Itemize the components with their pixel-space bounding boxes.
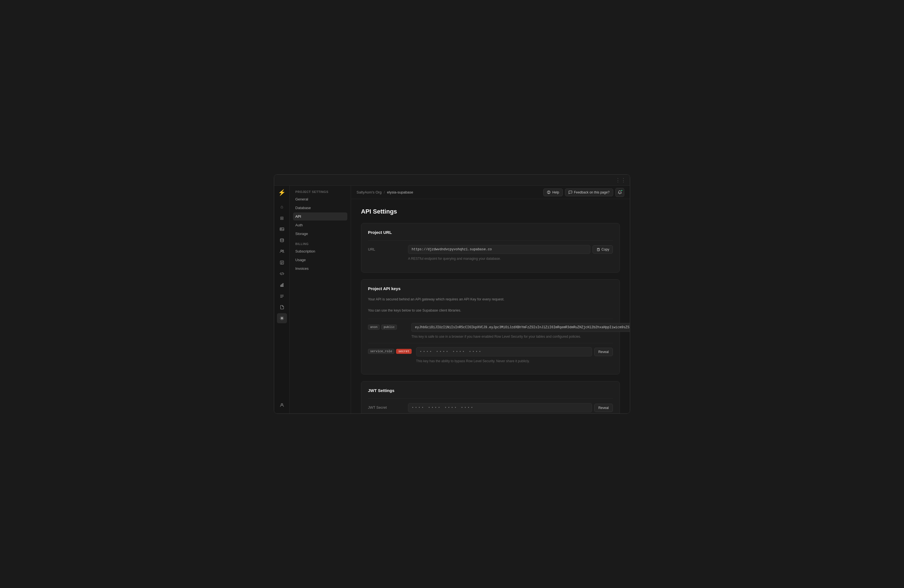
sidebar-icon-doc[interactable] — [277, 302, 287, 312]
jwt-secret-field-content: •••• •••• •••• •••• Reveal Used to decod… — [408, 403, 613, 413]
help-icon — [547, 190, 550, 194]
url-input-group: https://djzdwvdndvcpyvohqhzi.supabase.co… — [408, 245, 613, 254]
breadcrumb-project[interactable]: elysia-supabase — [387, 190, 413, 194]
page-title: API Settings — [361, 208, 620, 215]
nav-item-database[interactable]: Database — [293, 204, 347, 212]
sidebar-icon-table[interactable]: ⊞ — [277, 213, 287, 223]
titlebar-dots: ⋮⋮ — [615, 177, 626, 183]
public-tag: public — [381, 325, 397, 330]
nav-item-auth[interactable]: Auth — [293, 221, 347, 229]
titlebar: ⋮⋮ — [274, 175, 630, 186]
sidebar-bottom — [277, 400, 287, 410]
jwt-secret-label: JWT Secret — [368, 403, 401, 409]
breadcrumb: SaltyAom's Org / elysia-supabase — [357, 190, 413, 194]
project-settings-label: Project Settings — [293, 190, 347, 193]
url-copy-button[interactable]: Copy — [593, 245, 613, 254]
jwt-settings-card-title: JWT Settings — [368, 388, 613, 393]
anon-key-hint: This key is safe to use in a browser if … — [411, 334, 630, 339]
help-label: Help — [552, 190, 559, 194]
notification-dot — [621, 189, 623, 191]
notification-button[interactable] — [615, 188, 624, 197]
service-role-key-tags: service_role secret — [368, 349, 412, 354]
svg-point-2 — [280, 239, 284, 240]
header-actions: Help Feedback on this page? — [543, 188, 624, 197]
nav-item-subscription[interactable]: Subscription — [293, 247, 347, 255]
billing-label: Billing — [293, 242, 347, 245]
jwt-secret-field-row: JWT Secret •••• •••• •••• •••• Reveal Us… — [368, 398, 613, 413]
sidebar-icon-home[interactable]: ⌂ — [277, 202, 287, 212]
sidebar-icon-settings[interactable] — [277, 313, 287, 323]
svg-rect-12 — [281, 284, 282, 286]
anon-key-input-group: eyJhbGciOiJIUzI1NiIsInR5cCI6IkpXVCJ9.eyJ… — [411, 323, 630, 332]
api-keys-description-2: You can use the keys below to use Supaba… — [368, 308, 613, 313]
sidebar-icon-users[interactable] — [277, 247, 287, 256]
nav-item-usage[interactable]: Usage — [293, 256, 347, 264]
service-role-key-hint: This key has the ability to bypass Row L… — [416, 359, 613, 364]
anon-tag: anon — [368, 325, 379, 330]
anon-key-input[interactable]: eyJhbGciOiJIUzI1NiIsInR5cCI6IkpXVCJ9.eyJ… — [411, 323, 630, 332]
url-input[interactable]: https://djzdwvdndvcpyvohqhzi.supabase.co — [408, 245, 590, 254]
sidebar-icon-code[interactable] — [277, 269, 287, 279]
header: SaltyAom's Org / elysia-supabase Help — [351, 186, 630, 199]
sidebar-icon-list[interactable] — [277, 291, 287, 301]
secret-tag: secret — [396, 349, 412, 354]
nav-item-api[interactable]: API — [293, 212, 347, 220]
breadcrumb-org[interactable]: SaltyAom's Org — [357, 190, 382, 194]
nav-item-general[interactable]: General — [293, 195, 347, 203]
url-field-content: https://djzdwvdndvcpyvohqhzi.supabase.co… — [408, 245, 613, 261]
main-area: SaltyAom's Org / elysia-supabase Help — [351, 186, 630, 413]
service-role-masked: •••• •••• •••• •••• — [420, 350, 482, 354]
breadcrumb-separator: / — [384, 190, 385, 194]
url-copy-label: Copy — [601, 248, 609, 251]
feedback-icon — [569, 190, 572, 194]
url-hint: A RESTful endpoint for querying and mana… — [408, 256, 613, 261]
copy-icon — [596, 248, 600, 251]
service-role-field-content: •••• •••• •••• •••• Reveal This key has … — [416, 347, 613, 364]
service-role-key-row: service_role secret •••• •••• •••• •••• … — [368, 343, 613, 368]
sidebar-icon-chart[interactable] — [277, 280, 287, 290]
svg-line-9 — [282, 272, 282, 275]
help-button[interactable]: Help — [543, 188, 563, 196]
service-role-reveal-button[interactable]: Reveal — [594, 348, 613, 356]
jwt-secret-reveal-button[interactable]: Reveal — [594, 404, 613, 412]
service-role-key-input: •••• •••• •••• •••• — [416, 347, 592, 356]
svg-point-3 — [281, 250, 282, 251]
nav-item-invoices[interactable]: Invoices — [293, 264, 347, 273]
svg-point-4 — [283, 250, 284, 251]
logo: ⚡ — [278, 189, 286, 196]
jwt-secret-input: •••• •••• •••• •••• — [408, 403, 592, 413]
sidebar-icon-profile[interactable] — [277, 400, 287, 410]
anon-key-row: anon public eyJhbGciOiJIUzI1NiIsInR5cCI6… — [368, 319, 613, 343]
feedback-button[interactable]: Feedback on this page? — [565, 188, 613, 196]
app-body: ⚡ ⌂ ⊞ — [274, 186, 630, 413]
project-api-keys-card: Project API keys Your API is secured beh… — [361, 279, 620, 375]
feedback-label: Feedback on this page? — [574, 190, 610, 194]
anon-key-field-content: eyJhbGciOiJIUzI1NiIsInR5cCI6IkpXVCJ9.eyJ… — [411, 323, 630, 339]
url-field-row: URL https://djzdwvdndvcpyvohqhzi.supabas… — [368, 240, 613, 266]
sidebar-icon-database[interactable] — [277, 235, 287, 245]
app-window: ⋮⋮ ⚡ ⌂ ⊞ — [274, 174, 630, 414]
nav-sidebar: Project Settings General Database API Au… — [290, 186, 351, 413]
project-url-card: Project URL URL https://djzdwvdndvcpyvoh… — [361, 223, 620, 273]
jwt-settings-card: JWT Settings JWT Secret •••• •••• •••• •… — [361, 381, 620, 413]
anon-key-tags: anon public — [368, 325, 407, 330]
service-role-tag: service_role — [368, 349, 394, 354]
svg-rect-11 — [281, 285, 281, 286]
jwt-secret-input-group: •••• •••• •••• •••• Reveal — [408, 403, 613, 413]
nav-item-storage[interactable]: Storage — [293, 230, 347, 238]
sidebar-icon-image[interactable] — [277, 224, 287, 234]
icon-sidebar: ⚡ ⌂ ⊞ — [274, 186, 290, 413]
main-content: API Settings Project URL URL https://djz… — [351, 199, 630, 413]
api-keys-description-1: Your API is secured behind an API gatewa… — [368, 297, 613, 302]
jwt-secret-masked: •••• •••• •••• •••• — [412, 406, 474, 410]
api-keys-card-title: Project API keys — [368, 286, 613, 291]
url-label: URL — [368, 245, 401, 251]
svg-rect-21 — [597, 249, 599, 251]
service-role-input-group: •••• •••• •••• •••• Reveal — [416, 347, 613, 356]
svg-point-17 — [281, 318, 283, 319]
sidebar-icon-logs[interactable] — [277, 258, 287, 267]
svg-rect-13 — [283, 283, 283, 286]
project-url-card-title: Project URL — [368, 230, 613, 235]
